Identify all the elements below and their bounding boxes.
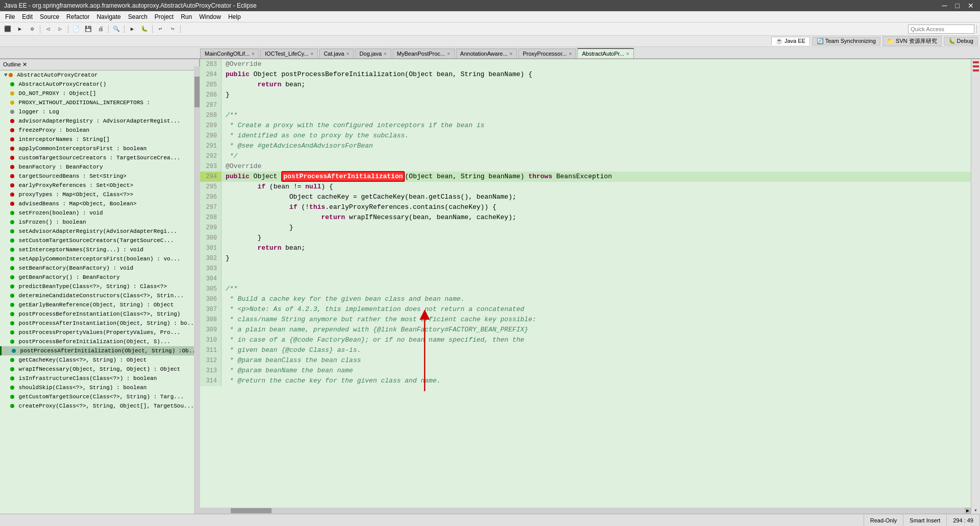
outline-item-postprocessafterinit[interactable]: postProcessAfterInitialization(Object, S… — [0, 346, 199, 355]
tab-close-1[interactable]: × — [252, 51, 255, 57]
outline-item-logger[interactable]: logger : Log — [0, 107, 199, 116]
toolbar-btn-debug[interactable]: 🐛 — [139, 23, 150, 35]
toolbar-btn-print[interactable]: 🖨 — [95, 23, 106, 35]
tab-annotationaware[interactable]: AnnotationAware...× — [456, 49, 518, 58]
outline-item-predictbeantype[interactable]: predictBeanType(Class<?>, String) : Clas… — [0, 282, 199, 291]
toolbar-btn-search[interactable]: 🔍 — [111, 23, 122, 35]
outline-item-isinfrastructure[interactable]: isInfrastructureClass(Class<?>) : boolea… — [0, 374, 199, 383]
outline-item-postprocessbeforeinstantiation[interactable]: postProcessBeforeInstantiation(Class<?>,… — [0, 309, 199, 319]
tab-close-7[interactable]: × — [569, 51, 572, 57]
outline-item-determinecandidates[interactable]: determineCandidateConstructors(Class<?>,… — [0, 291, 199, 300]
outline-item-postprocessafterinstantiation[interactable]: postProcessAfterInstantiation(Object, St… — [0, 319, 199, 328]
outline-item-customtarget[interactable]: customTargetSourceCreators : TargetSourc… — [0, 153, 199, 162]
tab-proxyprocessor[interactable]: ProxyProcessor...× — [518, 49, 576, 58]
close-button[interactable]: ✕ — [966, 2, 976, 10]
tab-close-2[interactable]: × — [310, 51, 313, 57]
toolbar-btn-save[interactable]: 💾 — [83, 23, 94, 35]
menu-edit[interactable]: Edit — [19, 12, 36, 21]
outline-item-setinterceptor[interactable]: setInterceptorNames(String...) : void — [0, 245, 199, 254]
toolbar-btn-4[interactable]: ◁ — [42, 23, 54, 35]
code-editor[interactable]: 283 @Override 284 public Object postProc… — [200, 59, 971, 508]
outline-item-getbeanfactory[interactable]: getBeanFactory() : BeanFactory — [0, 273, 199, 282]
outline-item-setbeanfactory[interactable]: setBeanFactory(BeanFactory) : void — [0, 264, 199, 273]
menu-run[interactable]: Run — [178, 12, 195, 21]
outline-item-getcachekey[interactable]: getCacheKey(Class<?>, String) : Object — [0, 355, 199, 365]
minimize-button[interactable]: ─ — [940, 2, 949, 10]
code-hscroll-thumb[interactable] — [231, 508, 272, 513]
restore-button[interactable]: □ — [953, 2, 962, 10]
toolbar-btn-1[interactable]: ⬛ — [2, 23, 13, 35]
perspective-bar: ☕ Java EE 🔄 Team Synchronizing 📁 SVN 资源库… — [0, 36, 980, 47]
sidebar-marker-1[interactable] — [973, 61, 979, 63]
outline-item-wrapifnecessary[interactable]: wrapIfNecessary(Object, String, Object) … — [0, 365, 199, 374]
tab-close-6[interactable]: × — [509, 51, 512, 57]
outline-item-createproxy[interactable]: createProxy(Class<?>, String, Object[], … — [0, 401, 199, 411]
tab-close-5[interactable]: × — [447, 51, 450, 57]
outline-item-isfrozen[interactable]: isFrozen() : boolean — [0, 218, 199, 227]
outline-item-beanfactory[interactable]: beanFactory : BeanFactory — [0, 162, 199, 172]
outline-item-shouldskip[interactable]: shouldSkip(Class<?>, String) : boolean — [0, 383, 199, 392]
persp-debug[interactable]: 🐛 Debug — [944, 37, 978, 45]
quick-access-input[interactable] — [908, 25, 974, 34]
outline-scrollbar[interactable] — [194, 66, 200, 514]
outline-dot-determinecandidates — [10, 294, 14, 298]
outline-item-advisedbeans[interactable]: advisedBeans : Map<Object, Boolean> — [0, 199, 199, 208]
persp-team[interactable]: 🔄 Team Synchronizing — [812, 37, 880, 45]
toolbar-btn-run[interactable]: ▶ — [127, 23, 138, 35]
sidebar-marker-3[interactable] — [973, 69, 979, 71]
outline-item-setadvisor[interactable]: setAdvisorAdapterRegistry(AdvisorAdapter… — [0, 227, 199, 236]
outline-item-applycommon[interactable]: applyCommonInterceptorsFirst : boolean — [0, 144, 199, 153]
code-line-284: 284 public Object postProcessBeforeIniti… — [200, 69, 971, 80]
menu-navigate[interactable]: Navigate — [93, 12, 124, 21]
outline-item-postprocessbeforeinit[interactable]: postProcessBeforeInitialization(Object, … — [0, 337, 199, 346]
tab-abstractautoproxy[interactable]: AbstractAutoPr...× — [577, 48, 633, 58]
persp-javaee[interactable]: ☕ Java EE — [771, 37, 810, 45]
outline-content[interactable]: ▼ AbstractAutoProxyCreator AbstractAutoP… — [0, 70, 199, 514]
code-hscrollbar[interactable]: ▶ — [200, 508, 971, 514]
outline-item-interceptornames[interactable]: interceptorNames : String[] — [0, 135, 199, 144]
sidebar-scroll-down[interactable]: ▼ — [972, 507, 979, 514]
outline-item-advisoradapter[interactable]: advisorAdapterRegistry : AdvisorAdapterR… — [0, 116, 199, 126]
toolbar-btn-redo[interactable]: ↪ — [167, 23, 178, 35]
tab-close-8[interactable]: × — [626, 51, 629, 57]
outline-item-getcustomtarget[interactable]: getCustomTargetSource(Class<?>, String) … — [0, 392, 199, 401]
menu-refactor[interactable]: Refactor — [63, 12, 92, 21]
sidebar-marker-2[interactable] — [973, 65, 979, 67]
outline-item-constructor[interactable]: AbstractAutoProxyCreator() — [0, 80, 199, 89]
outline-item-setfrozen[interactable]: setFrozen(boolean) : void — [0, 208, 199, 218]
outline-item-class[interactable]: ▼ AbstractAutoProxyCreator — [0, 70, 199, 80]
outline-item-proxywithout[interactable]: PROXY_WITHOUT_ADDITIONAL_INTERCEPTORS : — [0, 98, 199, 107]
toolbar-btn-5[interactable]: ▷ — [55, 23, 66, 35]
toolbar-btn-new[interactable]: 📄 — [70, 23, 82, 35]
outline-item-setapplycommon[interactable]: setApplyCommonInterceptorsFirst(boolean)… — [0, 254, 199, 264]
outline-item-earlyproxy[interactable]: earlyProxyReferences : Set<Object> — [0, 181, 199, 190]
tab-close-4[interactable]: × — [384, 51, 387, 57]
menu-help[interactable]: Help — [225, 12, 244, 21]
tab-mainconfigoflif[interactable]: MainConfigOfLif...× — [200, 49, 259, 58]
tab-dog[interactable]: Dog.java× — [355, 49, 391, 58]
outline-item-freezeproxy[interactable]: freezeProxy : boolean — [0, 126, 199, 135]
outline-item-getearlybeanref[interactable]: getEarlyBeanReference(Object, String) : … — [0, 300, 199, 309]
menu-project[interactable]: Project — [152, 12, 177, 21]
outline-item-donotproxy[interactable]: DO_NOT_PROXY : Object[] — [0, 89, 199, 98]
tab-close-3[interactable]: × — [346, 51, 349, 57]
toolbar-btn-2[interactable]: ▶ — [14, 23, 26, 35]
code-line-296: 296 Object cacheKey = getCacheKey(bean.g… — [200, 192, 971, 202]
outline-item-postprocessproperty[interactable]: postProcessPropertyValues(PropertyValues… — [0, 328, 199, 337]
outline-item-proxytypes[interactable]: proxyTypes : Map<Object, Class<?>> — [0, 190, 199, 199]
persp-svn[interactable]: 📁 SVN 资源库研究 — [883, 36, 942, 46]
menu-source[interactable]: Source — [37, 12, 62, 21]
outline-item-targetsourcedbeans[interactable]: targetSourcedBeans : Set<String> — [0, 172, 199, 181]
hscroll-right-btn[interactable]: ▶ — [965, 508, 971, 514]
status-smartinsert: Smart Insert — [903, 514, 947, 526]
menu-file[interactable]: File — [2, 12, 18, 21]
menu-search[interactable]: Search — [125, 12, 151, 21]
tab-mybeanpost[interactable]: MyBeanPostProc...× — [393, 49, 455, 58]
toolbar-btn-3[interactable]: ⚙ — [27, 23, 38, 35]
outline-item-setcustomtarget[interactable]: setCustomTargetSourceCreators(TargetSour… — [0, 236, 199, 245]
tab-cat[interactable]: Cat.java× — [319, 49, 354, 58]
tab-ioctest[interactable]: IOCTest_LifeCy...× — [260, 49, 318, 58]
outline-scroll-thumb[interactable] — [194, 77, 200, 107]
menu-window[interactable]: Window — [196, 12, 224, 21]
toolbar-btn-undo[interactable]: ↩ — [155, 23, 166, 35]
